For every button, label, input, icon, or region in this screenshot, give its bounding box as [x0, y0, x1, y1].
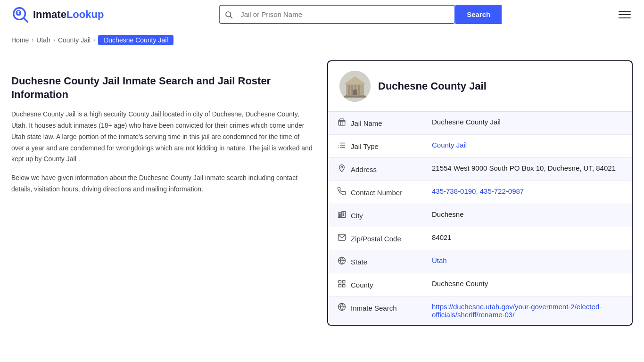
info-card: Duchesne County Jail Jail NameDuchesne C…	[327, 60, 633, 326]
svg-point-23	[341, 166, 343, 168]
breadcrumb: Home › Utah › County Jail › Duchesne Cou…	[0, 29, 644, 51]
label-text: Zip/Postal Code	[351, 235, 401, 243]
field-value: 21554 West 9000 South PO Box 10, Duchesn…	[422, 158, 632, 181]
site-header: Q InmateLookup Search	[0, 0, 644, 29]
svg-text:Q: Q	[17, 10, 20, 16]
phone-icon	[338, 187, 346, 197]
table-row: Inmate Searchhttps://duchesne.utah.gov/y…	[328, 296, 632, 325]
table-row: Zip/Postal Code84021	[328, 227, 632, 250]
logo-link[interactable]: Q InmateLookup	[11, 6, 104, 24]
breadcrumb-current: Duchesne County Jail	[98, 35, 173, 45]
field-value: Duchesne	[422, 204, 632, 227]
county-icon	[338, 280, 346, 290]
svg-rect-30	[343, 214, 344, 215]
field-link[interactable]: https://duchesne.utah.gov/your-governmen…	[432, 303, 602, 319]
breadcrumb-utah[interactable]: Utah	[36, 36, 50, 44]
avatar	[339, 71, 371, 102]
svg-rect-28	[339, 215, 340, 216]
info-table: Jail NameDuchesne County JailJail TypeCo…	[328, 112, 632, 325]
hamburger-line-3	[619, 17, 631, 18]
field-value[interactable]: 435-738-0190, 435-722-0987	[422, 181, 632, 204]
page-description-2: Below we have given information about th…	[11, 173, 313, 195]
svg-point-4	[226, 12, 231, 17]
table-row: CountyDuchesne County	[328, 273, 632, 296]
hamburger-line-1	[619, 11, 631, 12]
left-column: Duchesne County Jail Inmate Search and J…	[11, 60, 313, 326]
svg-rect-36	[339, 285, 341, 287]
globe-icon	[338, 256, 346, 267]
breadcrumb-chevron-1: ›	[32, 37, 33, 43]
field-label: State	[338, 256, 413, 267]
hamburger-menu[interactable]	[617, 9, 633, 20]
table-row: Jail TypeCounty Jail	[328, 135, 632, 158]
svg-rect-8	[348, 85, 350, 95]
search-globe-icon	[338, 303, 346, 313]
label-text: Jail Type	[351, 142, 379, 150]
svg-rect-29	[343, 213, 344, 214]
field-label: Contact Number	[338, 187, 413, 197]
right-column: Duchesne County Jail Jail NameDuchesne C…	[327, 60, 633, 326]
search-input[interactable]	[238, 6, 454, 23]
field-label: Address	[338, 164, 413, 174]
city-icon	[338, 210, 346, 221]
hamburger-line-2	[619, 14, 631, 15]
label-text: Jail Name	[351, 119, 382, 127]
page-title: Duchesne County Jail Inmate Search and J…	[11, 74, 313, 101]
label-text: County	[351, 281, 373, 289]
field-value[interactable]: https://duchesne.utah.gov/your-governmen…	[422, 296, 632, 325]
field-link[interactable]: 435-738-0190, 435-722-0987	[432, 187, 524, 195]
building-icon	[338, 118, 346, 128]
breadcrumb-home[interactable]: Home	[11, 36, 29, 44]
mail-icon	[338, 233, 346, 244]
field-value: Duchesne County Jail	[422, 112, 632, 135]
breadcrumb-chevron-2: ›	[53, 37, 55, 43]
field-link[interactable]: County Jail	[432, 141, 467, 149]
logo-text: InmateLookup	[33, 8, 104, 21]
card-header: Duchesne County Jail	[328, 61, 632, 112]
table-row: StateUtah	[328, 250, 632, 273]
field-label: County	[338, 280, 413, 290]
svg-rect-13	[353, 90, 357, 96]
label-text: Contact Number	[351, 189, 402, 197]
svg-rect-37	[343, 285, 345, 287]
field-value: Duchesne County	[422, 273, 632, 296]
label-text: Inmate Search	[351, 304, 397, 312]
location-icon	[338, 164, 346, 174]
page-description-1: Duchesne County Jail is a high security …	[11, 109, 313, 165]
field-label: Jail Name	[338, 118, 413, 128]
svg-line-5	[231, 16, 232, 18]
svg-line-1	[24, 18, 28, 22]
field-value[interactable]: County Jail	[422, 135, 632, 158]
svg-rect-34	[339, 280, 341, 283]
field-value: 84021	[422, 227, 632, 250]
logo-icon: Q	[11, 6, 29, 24]
field-label: City	[338, 210, 413, 221]
label-text: Address	[351, 165, 377, 173]
search-button[interactable]: Search	[455, 5, 502, 24]
svg-rect-35	[343, 280, 345, 283]
svg-rect-11	[358, 85, 360, 95]
table-row: CityDuchesne	[328, 204, 632, 227]
label-text: State	[351, 258, 367, 266]
svg-rect-16	[339, 120, 345, 125]
table-row: Contact Number435-738-0190, 435-722-0987	[328, 181, 632, 204]
card-title: Duchesne County Jail	[378, 80, 487, 92]
breadcrumb-county-jail[interactable]: County Jail	[58, 36, 91, 44]
search-wrapper	[219, 5, 455, 24]
breadcrumb-chevron-3: ›	[93, 37, 95, 43]
field-value[interactable]: Utah	[422, 250, 632, 273]
list-icon	[338, 141, 346, 151]
search-area: Search	[219, 5, 502, 24]
field-label: Jail Type	[338, 141, 413, 151]
svg-rect-27	[339, 214, 340, 215]
main-content: Duchesne County Jail Inmate Search and J…	[0, 51, 644, 345]
field-label: Zip/Postal Code	[338, 233, 413, 244]
table-row: Jail NameDuchesne County Jail	[328, 112, 632, 135]
label-text: City	[351, 212, 363, 220]
svg-rect-15	[344, 96, 366, 98]
table-row: Address21554 West 9000 South PO Box 10, …	[328, 158, 632, 181]
field-link[interactable]: Utah	[432, 256, 447, 264]
search-icon	[220, 10, 238, 19]
field-label: Inmate Search	[338, 303, 413, 313]
